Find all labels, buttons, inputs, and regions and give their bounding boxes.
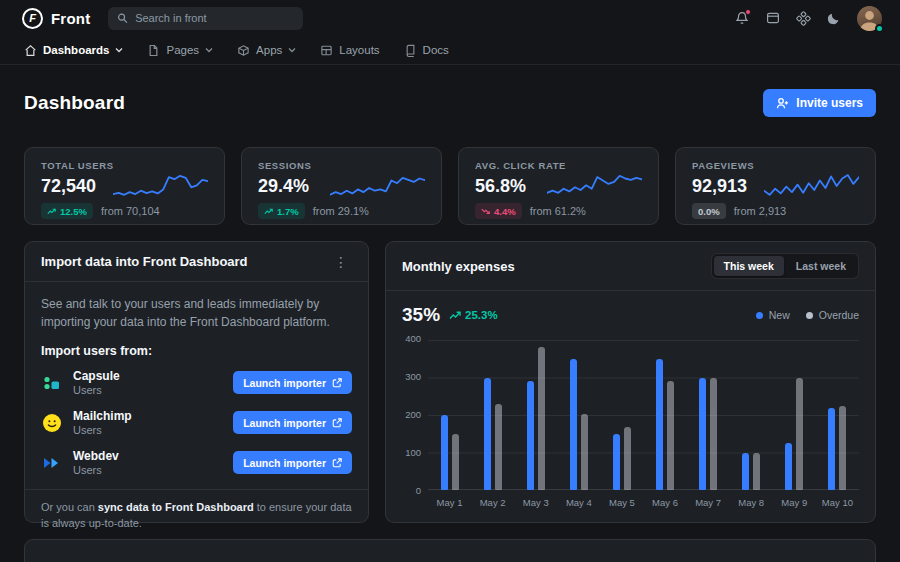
- user-plus-icon: [776, 97, 789, 110]
- nav-label: Docs: [423, 44, 449, 56]
- external-link-icon: [332, 418, 342, 428]
- y-axis-label: 400: [402, 334, 421, 344]
- search-input[interactable]: [135, 12, 294, 24]
- sparkline-chart: [547, 166, 642, 206]
- bar-overdue: [667, 381, 674, 490]
- launch-importer-button[interactable]: Launch importer: [233, 451, 352, 474]
- invite-users-button[interactable]: Invite users: [763, 89, 876, 117]
- nav-item-apps[interactable]: Apps: [237, 36, 296, 64]
- card-title: Monthly expenses: [402, 259, 515, 274]
- browser-window-icon[interactable]: [766, 11, 780, 25]
- bar-group: May 8: [730, 340, 773, 508]
- y-axis-label: 200: [402, 410, 421, 420]
- file-icon: [147, 44, 160, 57]
- trend-badge: 1.7%: [258, 203, 305, 219]
- bar-overdue: [839, 406, 846, 490]
- bar-new: [570, 359, 577, 490]
- mailchimp-icon: [41, 412, 63, 434]
- trend-up-icon: [47, 208, 56, 215]
- bar-overdue: [710, 378, 717, 491]
- bar-new: [527, 381, 534, 490]
- y-axis-label: 0: [402, 486, 421, 496]
- import-row-capsule: Capsule Users Launch importer: [41, 369, 352, 396]
- x-axis-label: May 2: [480, 497, 506, 508]
- x-axis-label: May 9: [781, 497, 807, 508]
- bar-overdue: [452, 434, 459, 490]
- search-icon: [117, 12, 128, 24]
- x-axis-label: May 6: [652, 497, 678, 508]
- trend-down-icon: [481, 208, 490, 215]
- bar-new: [484, 378, 491, 491]
- week-toggle: This week Last week: [711, 253, 859, 279]
- nav-label: Dashboards: [43, 44, 109, 56]
- chart-legend: New Overdue: [756, 309, 859, 321]
- stat-card-click-rate: AVG. CLICK RATE 56.8% 4.4% from 61.2%: [458, 147, 659, 225]
- x-axis-label: May 1: [437, 497, 463, 508]
- legend-dot: [756, 312, 763, 319]
- invite-users-label: Invite users: [796, 96, 863, 110]
- bar-new: [785, 443, 792, 490]
- stat-card-pageviews: PAGEVIEWS 92,913 0.0% from 2,913: [675, 147, 876, 225]
- nav-item-docs[interactable]: Docs: [404, 36, 449, 64]
- bar-new: [828, 408, 835, 491]
- import-name: Mailchimp: [73, 409, 132, 423]
- stat-from: from 70,104: [101, 205, 160, 217]
- legend-item-new[interactable]: New: [756, 309, 790, 321]
- bar-overdue: [796, 378, 803, 491]
- chart-plot: May 1May 2May 3May 4May 5May 6May 7May 8…: [428, 340, 859, 508]
- avatar[interactable]: [857, 6, 882, 31]
- moon-icon[interactable]: [827, 12, 840, 25]
- nav-item-layouts[interactable]: Layouts: [320, 36, 379, 64]
- import-subtitle: Import users from:: [41, 344, 352, 358]
- trend-up-icon: [449, 311, 461, 320]
- capsule-icon: [41, 372, 63, 394]
- layout-icon: [320, 44, 333, 57]
- import-sub: Users: [73, 424, 132, 436]
- import-description: See and talk to your users and leads imm…: [41, 295, 352, 331]
- legend-item-overdue[interactable]: Overdue: [806, 309, 859, 321]
- book-icon: [404, 44, 417, 57]
- sync-data-link[interactable]: sync data to Front Dashboard: [98, 501, 254, 513]
- card-menu-icon[interactable]: ⋮: [330, 253, 352, 271]
- stat-from: from 2,913: [734, 205, 787, 217]
- stat-from: from 61.2%: [530, 205, 586, 217]
- trend-badge: 12.5%: [41, 203, 93, 219]
- apps-grid-icon[interactable]: [797, 12, 810, 25]
- expenses-percent: 35%: [402, 304, 440, 326]
- bar-overdue: [495, 404, 502, 490]
- bar-group: May 2: [471, 340, 514, 508]
- launch-importer-button[interactable]: Launch importer: [233, 371, 352, 394]
- nav-item-dashboards[interactable]: Dashboards: [24, 36, 123, 64]
- stats-row: TOTAL USERS 72,540 12.5% from 70,104 SES…: [24, 147, 876, 225]
- external-link-icon: [332, 458, 342, 468]
- nav-item-pages[interactable]: Pages: [147, 36, 213, 64]
- page-content: Dashboard Invite users TOTAL USERS 72,54…: [0, 65, 900, 562]
- import-row-webdev: Webdev Users Launch importer: [41, 449, 352, 476]
- bar-group: May 1: [428, 340, 471, 508]
- notification-dot: [745, 9, 751, 15]
- mid-row: Import data into Front Dashboard ⋮ See a…: [24, 241, 876, 523]
- chevron-down-icon: [288, 47, 296, 53]
- import-sub: Users: [73, 464, 119, 476]
- x-axis-label: May 10: [822, 497, 853, 508]
- search-box: [108, 7, 303, 30]
- import-name: Capsule: [73, 369, 120, 383]
- bar-overdue: [581, 414, 588, 491]
- sparkline-chart: [764, 166, 859, 206]
- front-logo-icon: F: [22, 8, 43, 29]
- import-data-card: Import data into Front Dashboard ⋮ See a…: [24, 241, 369, 523]
- stat-card-total-users: TOTAL USERS 72,540 12.5% from 70,104: [24, 147, 225, 225]
- monthly-expenses-card: Monthly expenses This week Last week 35%…: [385, 241, 876, 523]
- launch-importer-button[interactable]: Launch importer: [233, 411, 352, 434]
- bar-group: May 10: [816, 340, 859, 508]
- bar-group: May 3: [514, 340, 557, 508]
- bell-icon[interactable]: [735, 11, 749, 25]
- brand[interactable]: F Front: [22, 8, 90, 29]
- bottom-card: [24, 539, 876, 562]
- import-name: Webdev: [73, 449, 119, 463]
- toggle-this-week[interactable]: This week: [714, 256, 784, 276]
- nav-label: Apps: [256, 44, 282, 56]
- chart-groups: May 1May 2May 3May 4May 5May 6May 7May 8…: [428, 340, 859, 508]
- toggle-last-week[interactable]: Last week: [786, 256, 856, 276]
- chevron-down-icon: [115, 47, 123, 53]
